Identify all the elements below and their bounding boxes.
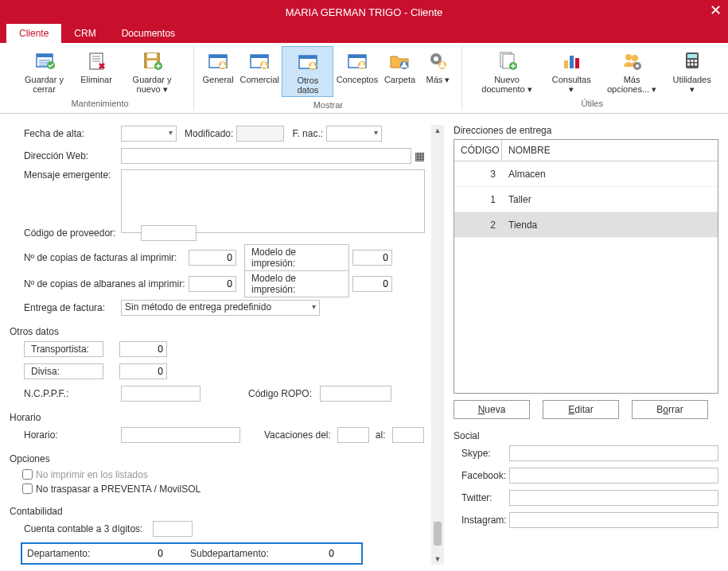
consultas-button[interactable]: Consultas ▾ (547, 46, 597, 95)
skype-label: Skype: (454, 448, 509, 459)
tab-documentos[interactable]: Documentos (109, 24, 188, 43)
social-title: Social (454, 430, 718, 441)
form-scrollbar[interactable]: ▲ ▼ (431, 125, 444, 565)
editar-button[interactable]: Editar (543, 400, 619, 419)
mas-opciones-button[interactable]: Más opciones... ▾ (597, 46, 667, 95)
carpeta-button[interactable]: Carpeta (380, 46, 419, 97)
cod-prov-input[interactable] (141, 225, 197, 241)
fnac-input[interactable] (326, 126, 382, 142)
scroll-up-icon[interactable]: ▲ (433, 125, 443, 136)
chart-icon (559, 48, 584, 73)
opciones-title: Opciones (10, 453, 425, 464)
svg-point-36 (625, 54, 632, 60)
tab-cliente[interactable]: Cliente (6, 24, 61, 43)
otros-datos-title: Otros datos (10, 326, 425, 337)
contabilidad-title: Contabilidad (10, 506, 425, 517)
main-tabs: Cliente CRM Documentos (0, 24, 728, 43)
svg-rect-5 (147, 53, 157, 58)
svg-point-39 (636, 64, 639, 68)
right-panel: Direcciones de entrega CÓDIGO NOMBRE 3 A… (444, 125, 718, 565)
svg-rect-33 (564, 60, 568, 68)
calculator-icon (679, 48, 705, 73)
horario-label: Horario: (10, 429, 121, 441)
nueva-button[interactable]: Nueva (454, 400, 530, 419)
people-gear-icon (619, 48, 644, 73)
codigo-ropo-input[interactable] (320, 386, 391, 402)
direccion-web-input[interactable] (121, 148, 411, 164)
cuenta-3dig-input[interactable] (153, 521, 193, 537)
subdepartamento-label: Subdepartamento: (190, 548, 294, 559)
form-panel: Fecha de alta: Modificado: F. nac.: Dire… (10, 125, 431, 565)
chk-no-traspasar-box[interactable] (22, 484, 33, 494)
grid-row[interactable]: 3 Almacen (454, 161, 718, 187)
col-codigo[interactable]: CÓDIGO (454, 140, 502, 161)
subdepartamento-input[interactable] (294, 546, 337, 561)
scroll-down-icon[interactable]: ▼ (433, 554, 443, 565)
twitter-input[interactable] (509, 490, 718, 506)
general-button[interactable]: General (199, 46, 237, 97)
vacaciones-del-input[interactable] (337, 427, 369, 443)
ribbon-group-mantenimiento: Guardar y cerrar Eliminar Guardar y nuev… (6, 46, 194, 110)
save-close-button[interactable]: Guardar y cerrar (11, 46, 77, 95)
svg-rect-35 (575, 58, 579, 68)
instagram-label: Instagram: (454, 515, 509, 526)
otros-datos-button[interactable]: Otros datos (282, 46, 333, 97)
copias-alb-input[interactable] (189, 276, 236, 292)
fecha-alta-input[interactable] (121, 126, 177, 142)
svg-point-27 (434, 56, 438, 61)
delivery-grid: CÓDIGO NOMBRE 3 Almacen 1 Taller 2 Tiend… (454, 139, 718, 394)
modificado-label: Modificado: (185, 128, 236, 139)
svg-rect-44 (695, 60, 697, 62)
modelo-impr1-button[interactable]: Modelo de impresión: (244, 244, 349, 271)
conceptos-button[interactable]: Conceptos (333, 46, 380, 97)
modelo-impr1-input[interactable] (352, 250, 392, 266)
svg-rect-21 (348, 55, 366, 58)
mensaje-input[interactable] (121, 169, 425, 233)
entrega-fact-select[interactable]: Sin método de entrega predefinido (121, 300, 320, 316)
fnac-label: F. nac.: (292, 128, 326, 139)
ncppf-input[interactable] (121, 386, 200, 402)
svg-rect-13 (251, 55, 268, 58)
svg-rect-47 (695, 64, 697, 66)
comercial-button[interactable]: Comercial (237, 46, 282, 97)
instagram-input[interactable] (509, 512, 718, 528)
save-new-button[interactable]: Guardar y nuevo ▾ (115, 46, 189, 95)
svg-rect-45 (687, 64, 690, 66)
card-person-icon (295, 49, 321, 74)
skype-input[interactable] (509, 445, 718, 461)
grid-row[interactable]: 1 Taller (454, 187, 718, 212)
facebook-input[interactable] (509, 468, 718, 484)
departamento-input[interactable] (123, 546, 166, 561)
qr-icon[interactable]: ▦ (411, 150, 425, 162)
delete-icon (84, 48, 109, 73)
utilidades-button[interactable]: Utilidades ▾ (667, 46, 717, 95)
divisa-input[interactable] (119, 363, 167, 379)
borrar-button[interactable]: Borrar (632, 400, 708, 419)
save-close-icon (32, 48, 57, 73)
fecha-alta-label: Fecha de alta: (10, 128, 121, 139)
transportista-button[interactable]: Transportista: (24, 341, 103, 357)
vacaciones-al-input[interactable] (392, 427, 424, 443)
card-person-icon (205, 48, 231, 73)
transportista-input[interactable] (119, 341, 167, 357)
horario-input[interactable] (121, 427, 240, 443)
modelo-impr2-button[interactable]: Modelo de impresión: (244, 270, 349, 297)
chk-no-imprimir[interactable]: No imprimir en los listados (22, 469, 425, 480)
close-icon[interactable]: ✕ (710, 2, 722, 19)
grid-row[interactable]: 2 Tienda (454, 212, 718, 238)
copias-fact-input[interactable] (189, 250, 236, 266)
divisa-button[interactable]: Divisa: (24, 363, 103, 379)
chk-no-traspasar[interactable]: No traspasar a PREVENTA / MovilSOL (22, 484, 425, 495)
nuevo-documento-button[interactable]: Nuevo documento ▾ (467, 46, 546, 95)
chk-no-imprimir-box[interactable] (22, 469, 33, 480)
tab-crm[interactable]: CRM (61, 24, 108, 43)
svg-rect-41 (687, 54, 697, 58)
col-nombre[interactable]: NOMBRE (502, 140, 718, 161)
twitter-label: Twitter: (454, 492, 509, 503)
modelo-impr2-input[interactable] (352, 276, 392, 292)
svg-rect-17 (299, 56, 317, 59)
mas-mostrar-button[interactable]: Más ▾ (419, 46, 457, 97)
vacaciones-label: Vacaciones del: (264, 429, 334, 441)
delete-button[interactable]: Eliminar (77, 46, 115, 95)
departamento-label: Departamento: (27, 548, 123, 559)
